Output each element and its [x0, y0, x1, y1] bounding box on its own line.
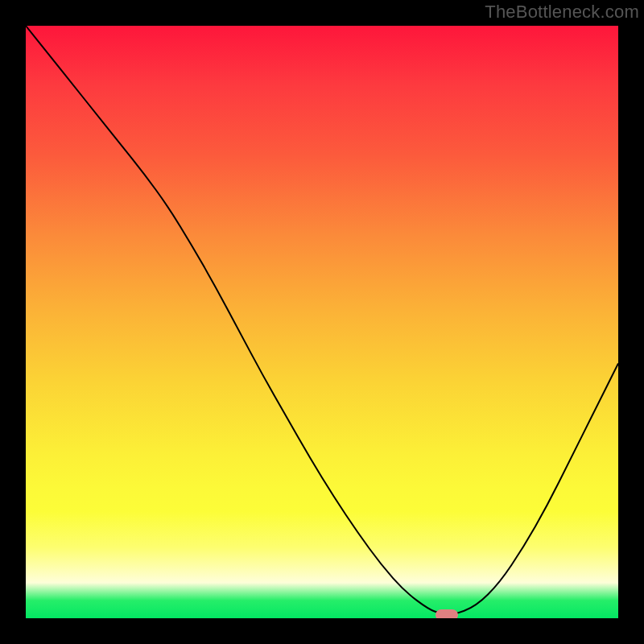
optimal-point-marker [436, 609, 458, 618]
background-gradient [26, 26, 618, 618]
chart-container: TheBottleneck.com [0, 0, 644, 644]
watermark-label: TheBottleneck.com [485, 2, 639, 23]
plot-area [26, 26, 618, 618]
